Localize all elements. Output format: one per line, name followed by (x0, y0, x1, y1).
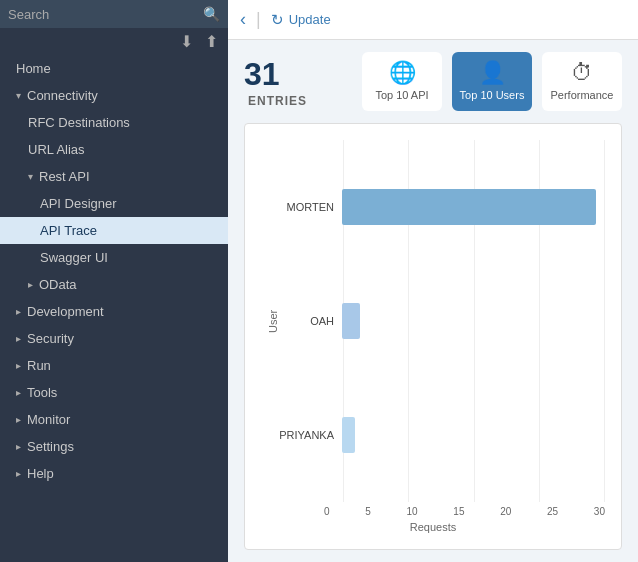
sidebar-item-rest-api[interactable]: ▾Rest API (0, 163, 228, 190)
arrow-icon-run: ▸ (16, 360, 21, 371)
sidebar-label-odata: OData (39, 277, 77, 292)
entries-label: ENTRIES (248, 94, 307, 108)
chart-x-tick: 15 (453, 506, 464, 517)
sidebar-label-api-designer: API Designer (40, 196, 117, 211)
tab-label-performance: Performance (551, 89, 614, 101)
arrow-icon-help: ▸ (16, 468, 21, 479)
chart-x-tick: 25 (547, 506, 558, 517)
sidebar-item-run[interactable]: ▸Run (0, 352, 228, 379)
sidebar-item-monitor[interactable]: ▸Monitor (0, 406, 228, 433)
table-row: MORTEN (279, 189, 605, 225)
sidebar-toolbar: ⬇ ⬆ (0, 28, 228, 55)
sidebar-item-development[interactable]: ▸Development (0, 298, 228, 325)
sidebar-label-security: Security (27, 331, 74, 346)
sidebar: 🔍 ⬇ ⬆ Home▾ConnectivityRFC DestinationsU… (0, 0, 228, 562)
sidebar-label-connectivity: Connectivity (27, 88, 98, 103)
sidebar-item-home[interactable]: Home (0, 55, 228, 82)
arrow-icon-settings: ▸ (16, 441, 21, 452)
bar-label: MORTEN (279, 201, 334, 213)
bar-label: PRIYANKA (279, 429, 334, 441)
chart-bars-area: MORTENOAHPRIYANKA (279, 140, 605, 502)
tab-cards: 🌐Top 10 API👤Top 10 Users⏱Performance (362, 52, 622, 111)
bar (342, 303, 360, 339)
chart-x-ticks: 051015202530 (324, 506, 605, 517)
sidebar-item-rfc-destinations[interactable]: RFC Destinations (0, 109, 228, 136)
sidebar-item-connectivity[interactable]: ▾Connectivity (0, 82, 228, 109)
table-row: OAH (279, 303, 605, 339)
chart-x-axis: 051015202530 (324, 502, 605, 517)
back-button[interactable]: ‹ (240, 9, 246, 30)
chart-x-tick: 30 (594, 506, 605, 517)
tab-icon-top10users: 👤 (479, 62, 506, 84)
tab-label-top10users: Top 10 Users (460, 89, 525, 101)
sidebar-item-tools[interactable]: ▸Tools (0, 379, 228, 406)
sidebar-item-api-trace[interactable]: API Trace (0, 217, 228, 244)
dashboard: 31 ENTRIES 🌐Top 10 API👤Top 10 Users⏱Perf… (228, 40, 638, 562)
bar-container (342, 189, 605, 225)
sidebar-label-url-alias: URL Alias (28, 142, 85, 157)
sidebar-label-tools: Tools (27, 385, 57, 400)
chart-x-label: Requests (261, 521, 605, 533)
tab-label-top10api: Top 10 API (375, 89, 428, 101)
update-button[interactable]: ↻ Update (271, 11, 331, 29)
sidebar-item-odata[interactable]: ▸OData (0, 271, 228, 298)
sidebar-label-settings: Settings (27, 439, 74, 454)
chart-wrapper: User MORTENOAHPRIYANKA 051015202530 Requ… (261, 140, 605, 533)
table-row: PRIYANKA (279, 417, 605, 453)
search-icon: 🔍 (203, 6, 220, 22)
sidebar-item-settings[interactable]: ▸Settings (0, 433, 228, 460)
refresh-icon: ↻ (271, 11, 284, 29)
topbar-divider: | (256, 9, 261, 30)
sidebar-label-rfc-destinations: RFC Destinations (28, 115, 130, 130)
sidebar-label-home: Home (16, 61, 51, 76)
arrow-icon-odata: ▸ (28, 279, 33, 290)
chart-y-label: User (261, 140, 279, 502)
tab-icon-performance: ⏱ (571, 62, 593, 84)
sidebar-label-run: Run (27, 358, 51, 373)
bar-label: OAH (279, 315, 334, 327)
entries-count: 31 (244, 56, 280, 92)
main-content: ‹ | ↻ Update 31 ENTRIES 🌐Top 10 API👤Top … (228, 0, 638, 562)
chart-x-tick: 20 (500, 506, 511, 517)
bar (342, 189, 596, 225)
bar-container (342, 303, 605, 339)
sidebar-label-api-trace: API Trace (40, 223, 97, 238)
expand-all-button[interactable]: ⬆ (201, 30, 222, 53)
arrow-icon-rest-api: ▾ (28, 171, 33, 182)
chart-inner: User MORTENOAHPRIYANKA (261, 140, 605, 502)
stats-row: 31 ENTRIES 🌐Top 10 API👤Top 10 Users⏱Perf… (244, 52, 622, 111)
nav-list: Home▾ConnectivityRFC DestinationsURL Ali… (0, 55, 228, 487)
arrow-icon-security: ▸ (16, 333, 21, 344)
tab-performance[interactable]: ⏱Performance (542, 52, 622, 111)
chart-x-tick: 10 (407, 506, 418, 517)
search-bar: 🔍 (0, 0, 228, 28)
chart-x-tick: 0 (324, 506, 330, 517)
arrow-icon-development: ▸ (16, 306, 21, 317)
sidebar-item-swagger-ui[interactable]: Swagger UI (0, 244, 228, 271)
sidebar-label-rest-api: Rest API (39, 169, 90, 184)
arrow-icon-monitor: ▸ (16, 414, 21, 425)
sidebar-label-help: Help (27, 466, 54, 481)
collapse-all-button[interactable]: ⬇ (176, 30, 197, 53)
topbar: ‹ | ↻ Update (228, 0, 638, 40)
tab-top10users[interactable]: 👤Top 10 Users (452, 52, 532, 111)
sidebar-item-url-alias[interactable]: URL Alias (0, 136, 228, 163)
sidebar-item-security[interactable]: ▸Security (0, 325, 228, 352)
sidebar-label-swagger-ui: Swagger UI (40, 250, 108, 265)
chart-x-tick: 5 (365, 506, 371, 517)
arrow-icon-connectivity: ▾ (16, 90, 21, 101)
sidebar-label-monitor: Monitor (27, 412, 70, 427)
bar-container (342, 417, 605, 453)
bar (342, 417, 355, 453)
sidebar-item-api-designer[interactable]: API Designer (0, 190, 228, 217)
chart-area: User MORTENOAHPRIYANKA 051015202530 Requ… (244, 123, 622, 550)
update-label: Update (289, 12, 331, 27)
tab-icon-top10api: 🌐 (389, 62, 416, 84)
tab-top10api[interactable]: 🌐Top 10 API (362, 52, 442, 111)
sidebar-label-development: Development (27, 304, 104, 319)
search-input[interactable] (8, 7, 197, 22)
sidebar-item-help[interactable]: ▸Help (0, 460, 228, 487)
arrow-icon-tools: ▸ (16, 387, 21, 398)
entries-display: 31 ENTRIES (244, 56, 342, 108)
